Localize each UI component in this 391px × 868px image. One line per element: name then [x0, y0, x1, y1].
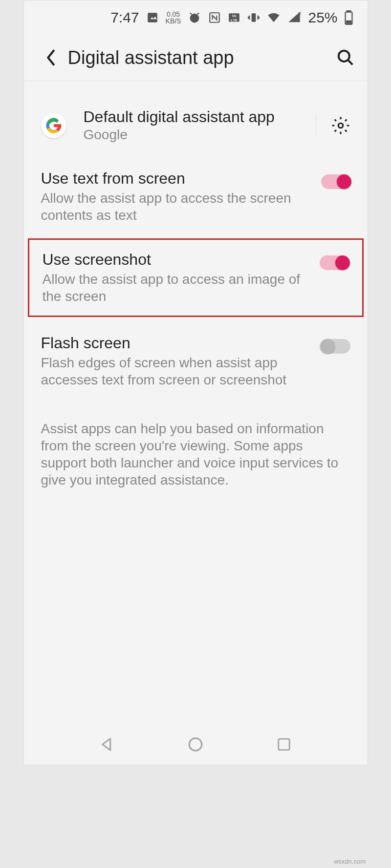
assistant-text: Default digital assistant app Google	[84, 108, 304, 143]
content: Default digital assistant app Google Use…	[24, 81, 368, 488]
assistant-subtitle: Google	[84, 127, 304, 143]
footer-description: Assist apps can help you based on inform…	[24, 401, 368, 488]
svg-rect-15	[279, 739, 290, 750]
svg-rect-9	[347, 10, 350, 12]
setting-text: Use text from screen Allow the assist ap…	[41, 169, 321, 224]
svg-point-14	[189, 738, 202, 751]
svg-line-12	[348, 60, 352, 65]
toggle-use-screenshot[interactable]	[320, 255, 349, 270]
setting-desc: Allow the assist app to access an image …	[43, 271, 310, 305]
setting-text: Flash screen Flash edges of screen when …	[41, 334, 321, 388]
default-assistant-row[interactable]: Default digital assistant app Google	[24, 98, 368, 155]
circle-home-icon	[187, 736, 204, 753]
speed-value: 0.05	[167, 11, 180, 18]
setting-use-screenshot-highlighted[interactable]: Use screenshot Allow the assist app to a…	[28, 238, 364, 317]
setting-desc: Flash edges of screen when assist app ac…	[41, 354, 311, 388]
volte-icon: VoLTE	[228, 11, 240, 24]
setting-use-text[interactable]: Use text from screen Allow the assist ap…	[24, 155, 368, 236]
nav-home-button[interactable]	[186, 735, 205, 754]
svg-text:x: x	[299, 11, 302, 16]
setting-text: Use screenshot Allow the assist app to a…	[43, 251, 320, 305]
svg-rect-10	[346, 21, 350, 23]
square-recent-icon	[277, 737, 291, 752]
speed-unit: KB/S	[166, 18, 181, 24]
setting-title: Use text from screen	[41, 169, 311, 188]
svg-point-1	[190, 14, 199, 23]
svg-text:LTE: LTE	[231, 18, 238, 22]
setting-flash-screen[interactable]: Flash screen Flash edges of screen when …	[24, 319, 368, 401]
setting-title: Use screenshot	[43, 251, 310, 269]
setting-title: Flash screen	[41, 334, 311, 352]
toggle-knob	[335, 255, 350, 270]
svg-point-11	[338, 51, 349, 62]
svg-point-13	[338, 123, 343, 128]
network-speed-indicator: 0.05 KB/S	[166, 11, 181, 24]
page-title: Digital assistant app	[61, 47, 333, 68]
nfc-icon	[208, 11, 221, 24]
alarm-icon	[188, 11, 201, 24]
header: Digital assistant app	[24, 35, 368, 81]
wifi-icon	[267, 11, 281, 24]
battery-percentage: 25%	[308, 9, 337, 26]
nav-bar	[24, 723, 368, 765]
toggle-knob	[337, 174, 351, 189]
vibrate-icon	[247, 11, 260, 24]
battery-icon	[345, 10, 353, 25]
signal-icon: x	[287, 11, 301, 24]
svg-rect-6	[252, 13, 256, 21]
google-icon	[41, 113, 66, 138]
search-button[interactable]	[333, 48, 358, 67]
assistant-title: Default digital assistant app	[84, 108, 304, 126]
toggle-knob	[320, 339, 335, 354]
search-icon	[336, 48, 355, 67]
chevron-left-icon	[45, 49, 56, 66]
toggle-flash-screen[interactable]	[321, 339, 350, 354]
back-button[interactable]	[41, 49, 61, 66]
assistant-settings-button[interactable]	[328, 116, 353, 135]
svg-text:Vo: Vo	[232, 14, 237, 18]
triangle-back-icon	[99, 737, 115, 752]
divider	[316, 114, 316, 136]
nav-back-button[interactable]	[97, 735, 117, 754]
toggle-use-text[interactable]	[321, 174, 350, 189]
status-time: 7:47	[110, 9, 139, 26]
status-bar: 7:47 0.05 KB/S VoLTE x 25%	[24, 0, 368, 35]
watermark: wsxdn.com	[334, 858, 366, 865]
picture-icon	[146, 11, 159, 24]
gear-icon	[331, 116, 350, 135]
nav-recent-button[interactable]	[274, 735, 294, 754]
setting-desc: Allow the assist app to access the scree…	[41, 190, 311, 224]
phone-frame: 7:47 0.05 KB/S VoLTE x 25%	[23, 0, 368, 765]
